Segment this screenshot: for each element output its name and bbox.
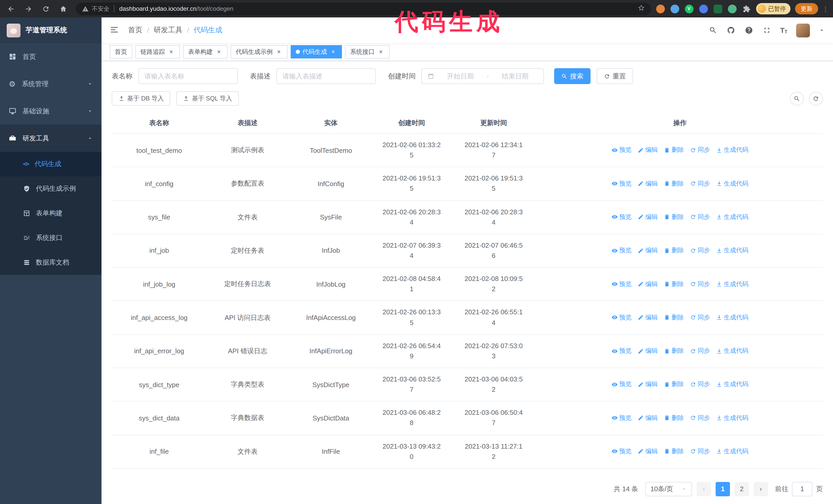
action-generate-code[interactable]: 生成代码 [716,447,748,456]
hamburger-icon[interactable] [110,25,120,35]
url-bar[interactable]: 不安全 dashboard.yudao.iocoder.cn/tool/code… [76,2,651,15]
browser-menu-icon[interactable]: ⋮ [822,5,829,13]
action-edit[interactable]: 编辑 [638,313,658,322]
action-sync[interactable]: 同步 [690,346,710,355]
tab-trace[interactable]: 链路追踪× [135,45,180,58]
app-logo[interactable]: 芋道管理系统 [0,18,101,43]
help-icon[interactable] [744,26,754,35]
sidebar-item-infra[interactable]: 基础设施 [0,97,101,125]
sidebar-item-home[interactable]: 首页 [0,43,101,70]
extension-icon[interactable] [699,4,708,13]
table-name-input[interactable] [144,72,232,80]
sidebar-item-db-doc[interactable]: 数据库文档 [0,250,101,275]
action-generate-code[interactable]: 生成代码 [716,313,748,322]
github-icon[interactable] [727,26,736,35]
breadcrumb-parent[interactable]: 研发工具 [154,26,183,35]
action-delete[interactable]: 删除 [664,447,684,456]
action-edit[interactable]: 编辑 [638,246,658,255]
tab-system-api[interactable]: 系统接口× [345,45,389,58]
sidebar-item-system[interactable]: ⚙ 系统管理 [0,70,101,97]
action-sync[interactable]: 同步 [690,380,710,389]
page-size-select[interactable]: 10条/页 [645,482,692,496]
extension-icon[interactable]: V [685,4,693,13]
extension-icon[interactable] [728,4,736,13]
browser-home-icon[interactable] [56,2,70,16]
close-icon[interactable]: × [377,48,384,55]
action-delete[interactable]: 删除 [664,146,684,154]
action-sync[interactable]: 同步 [690,413,710,422]
date-range-picker[interactable]: 开始日期 - 结束日期 [421,68,544,84]
action-generate-code[interactable]: 生成代码 [716,146,748,154]
browser-update-button[interactable]: 更新 [795,3,818,14]
action-delete[interactable]: 删除 [664,380,684,389]
browser-forward-icon[interactable] [22,2,35,16]
browser-reload-icon[interactable] [39,2,52,16]
search-icon[interactable] [709,26,718,35]
profile-paused-badge[interactable]: 已暂停 [756,3,790,14]
action-preview[interactable]: 预览 [612,246,632,255]
sidebar-item-form-builder[interactable]: 表单构建 [0,201,101,225]
action-edit[interactable]: 编辑 [638,413,658,422]
tab-form-builder[interactable]: 表单构建× [183,45,228,58]
action-preview[interactable]: 预览 [612,346,632,355]
goto-page-input[interactable] [792,482,812,496]
font-size-icon[interactable]: TT [780,26,787,34]
action-sync[interactable]: 同步 [690,313,710,322]
action-delete[interactable]: 删除 [664,313,684,322]
action-generate-code[interactable]: 生成代码 [716,380,748,389]
action-edit[interactable]: 编辑 [638,280,658,288]
action-delete[interactable]: 删除 [664,179,684,188]
page-button-1[interactable]: 1 [716,482,730,496]
action-preview[interactable]: 预览 [612,280,632,288]
close-icon[interactable]: × [330,48,337,55]
fullscreen-icon[interactable] [762,26,771,35]
page-button-2[interactable]: 2 [735,482,749,496]
action-preview[interactable]: 预览 [612,146,632,154]
extension-icon[interactable] [713,4,722,13]
action-sync[interactable]: 同步 [690,447,710,456]
action-delete[interactable]: 删除 [664,246,684,255]
refresh-table-button[interactable] [809,92,823,105]
action-preview[interactable]: 预览 [612,179,632,188]
sidebar-item-devtools[interactable]: 研发工具 [0,125,101,152]
action-edit[interactable]: 编辑 [638,179,658,188]
action-preview[interactable]: 预览 [612,413,632,422]
bookmark-star-icon[interactable] [638,4,645,13]
action-sync[interactable]: 同步 [690,146,710,154]
extensions-puzzle-icon[interactable] [742,4,751,13]
tab-codegen[interactable]: 代码生成× [291,45,342,58]
action-delete[interactable]: 删除 [664,346,684,355]
import-sql-button[interactable]: 基于 SQL 导入 [176,91,239,105]
action-generate-code[interactable]: 生成代码 [716,280,748,288]
action-delete[interactable]: 删除 [664,213,684,221]
action-generate-code[interactable]: 生成代码 [716,413,748,422]
extension-icon[interactable] [656,4,665,13]
action-edit[interactable]: 编辑 [638,146,658,154]
tab-home[interactable]: 首页 [110,45,132,58]
table-desc-input[interactable] [282,72,370,80]
search-button[interactable]: 搜索 [554,68,591,84]
browser-back-icon[interactable] [4,2,18,16]
action-sync[interactable]: 同步 [690,246,710,255]
action-sync[interactable]: 同步 [690,179,710,188]
action-sync[interactable]: 同步 [690,213,710,221]
sidebar-item-system-api[interactable]: 系统接口 [0,225,101,250]
close-icon[interactable]: × [215,48,222,55]
action-generate-code[interactable]: 生成代码 [716,246,748,255]
action-edit[interactable]: 编辑 [638,380,658,389]
user-avatar[interactable] [796,23,810,37]
action-edit[interactable]: 编辑 [638,346,658,355]
close-icon[interactable]: × [168,48,175,55]
action-preview[interactable]: 预览 [612,380,632,389]
action-preview[interactable]: 预览 [612,213,632,221]
action-generate-code[interactable]: 生成代码 [716,346,748,355]
action-delete[interactable]: 删除 [664,413,684,422]
tab-codegen-example[interactable]: 代码生成示例× [231,45,288,58]
reset-button[interactable]: 重置 [597,68,633,84]
prev-page-button[interactable]: ‹ [697,482,711,496]
action-preview[interactable]: 预览 [612,313,632,322]
toggle-search-button[interactable] [790,92,804,105]
breadcrumb-home[interactable]: 首页 [128,26,143,35]
next-page-button[interactable]: › [754,482,768,496]
action-sync[interactable]: 同步 [690,280,710,288]
